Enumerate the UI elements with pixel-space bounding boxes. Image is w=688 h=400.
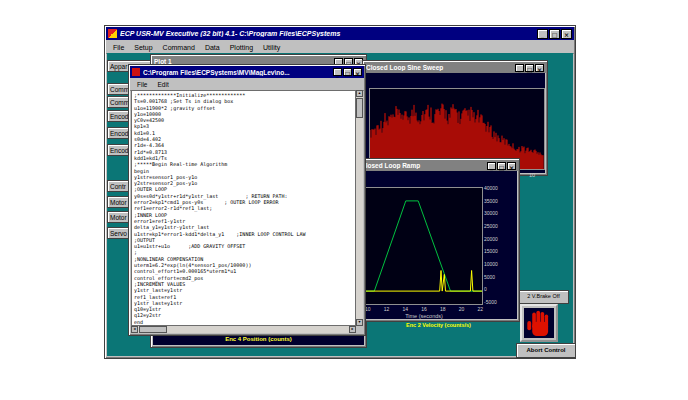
y-tick-label: -5000 [484,299,498,305]
minimize-icon[interactable]: _ [537,29,548,39]
scroll-right-icon[interactable]: ► [349,326,356,333]
y-tick-label: 10000 [484,261,498,267]
ramp-window: Closed Loop Ramp _ □ × 40000350003000025… [357,158,520,322]
editor-window-title: C:\Program Files\ECPSystems\MV\MagLev\no… [143,69,330,76]
editor-horizontal-scrollbar[interactable]: ◄ ► [131,326,356,333]
editor-icon [132,68,140,76]
x-tick-label: 18 [440,306,446,312]
abort-control-button[interactable]: Abort Control [516,343,576,358]
scroll-left-icon[interactable]: ◄ [131,326,138,333]
editor-window: C:\Program Files\ECPSystems\MV\MagLev\no… [128,64,366,336]
ramp-y-axis-labels: 4000035000300002500020000150001000050000… [484,185,498,305]
y-tick-label: 20000 [484,236,498,242]
menu-item[interactable]: Utility [258,44,285,51]
main-window-title: ECP USR-MV Executive (32 bit) 4.1- C:\Pr… [120,30,534,37]
x-tick-label: 20 [459,306,465,312]
menu-item[interactable]: Command [158,44,200,51]
maximize-icon[interactable]: □ [549,29,560,39]
app-icon [108,29,117,38]
editor-code[interactable]: ;*************Initialize************* Ts… [132,91,355,326]
ramp-body: 4000035000300002500020000150001000050000… [360,171,517,319]
plot1-xlabel: Enc 4 Position (counts) [153,336,364,342]
main-title-bar[interactable]: ECP USR-MV Executive (32 bit) 4.1- C:\Pr… [106,27,574,40]
ramp-window-title: Closed Loop Ramp [361,162,484,169]
editor-window-controls: _ □ × [333,68,362,76]
ramp-series-label: Enc 2 Velocity (counts/s) [360,322,517,328]
y-tick-label: 0 [484,286,498,292]
close-icon[interactable]: × [353,68,362,76]
minimize-icon[interactable]: _ [515,64,524,72]
ramp-x-axis-labels: 10121416182022 [365,306,483,312]
scroll-up-icon[interactable]: ▲ [356,90,363,97]
sweep-window-controls: _ □ × [515,64,544,72]
sweep-title-bar[interactable]: Closed Loop Sine Sweep _ □ × [364,62,546,73]
main-window-controls: _ □ × [537,29,572,39]
maximize-icon[interactable]: □ [525,64,534,72]
ramp-title-bar[interactable]: Closed Loop Ramp _ □ × [359,160,518,171]
editor-text-area[interactable]: ;*************Initialize************* Ts… [131,90,356,326]
menu-item[interactable]: Plotting [225,44,258,51]
ramp-window-controls: _ □ × [487,162,516,170]
menu-item[interactable]: Data [200,44,225,51]
x-tick-label: 22 [477,306,483,312]
sweep-window-title: Closed Loop Sine Sweep [366,64,512,71]
scrollbar-corner [356,326,363,333]
ramp-plot-svg [365,187,483,305]
desktop: ECP USR-MV Executive (32 bit) 4.1- C:\Pr… [0,0,688,400]
minimize-icon[interactable]: _ [333,68,342,76]
maximize-icon[interactable]: □ [343,68,352,76]
abort-hand-background [524,308,554,338]
x-tick-label: 16 [421,306,427,312]
x-tick-label: 12 [384,306,390,312]
minimize-icon[interactable]: _ [487,162,496,170]
y-tick-label: 35000 [484,198,498,204]
menu-item[interactable]: Edit [152,81,173,88]
x-tick-label: 14 [402,306,408,312]
y-tick-label: 15000 [484,248,498,254]
y-tick-label: 5000 [484,274,498,280]
menu-item[interactable]: File [108,44,129,51]
vertical-scroll-thumb[interactable] [356,98,363,118]
sweep-x-tick: 10 [529,172,535,178]
abort-hand-panel[interactable] [520,304,558,342]
y-tick-label: 30000 [484,210,498,216]
maximize-icon[interactable]: □ [497,162,506,170]
close-icon[interactable]: × [535,64,544,72]
y-tick-label: 25000 [484,223,498,229]
scroll-down-icon[interactable]: ▼ [356,319,363,326]
brake-off-button[interactable]: 2 V.Brake Off [518,290,569,304]
stop-hand-icon [526,308,552,338]
editor-title-bar[interactable]: C:\Program Files\ECPSystems\MV\MagLev\no… [130,66,364,78]
menu-item[interactable]: File [132,81,152,88]
horizontal-scroll-thumb[interactable] [139,326,167,333]
y-tick-label: 40000 [484,185,498,191]
close-icon[interactable]: × [507,162,516,170]
ramp-xlabel: Time (seconds) [360,313,488,319]
close-icon[interactable]: × [561,29,572,39]
menu-item[interactable]: Setup [129,44,157,51]
editor-vertical-scrollbar[interactable]: ▲ ▼ [356,90,363,326]
